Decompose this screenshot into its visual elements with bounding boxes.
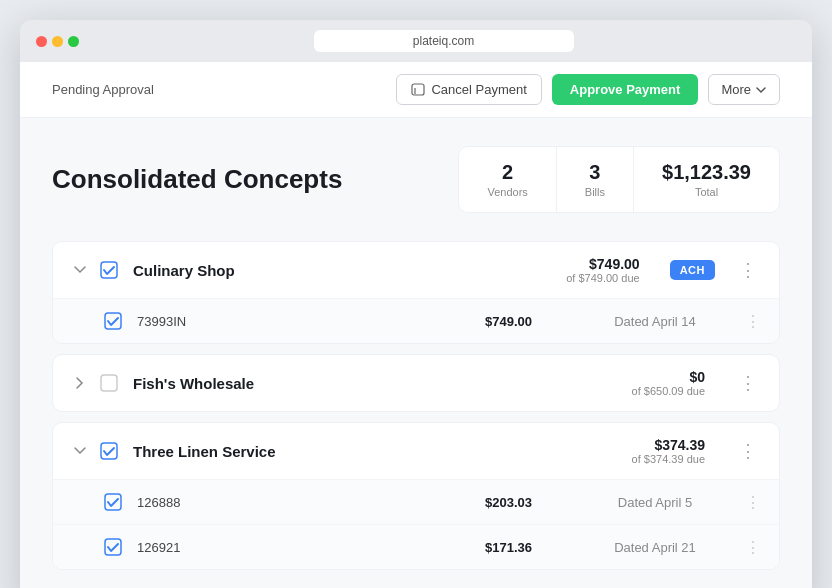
bill-amount-126888: $203.03 bbox=[485, 495, 565, 510]
bill-number-126888: 126888 bbox=[137, 495, 475, 510]
minimize-dot[interactable] bbox=[52, 36, 63, 47]
bill-number-73993in: 73993IN bbox=[137, 314, 475, 329]
browser-chrome: plateiq.com bbox=[20, 20, 812, 62]
bills-label: Bills bbox=[585, 186, 605, 198]
vendor-card-fish: Fish's Wholesale $0 of $650.09 due ⋮ bbox=[52, 354, 780, 412]
bill-row-73993in: 73993IN $749.00 Dated April 14 ⋮ bbox=[53, 298, 779, 343]
bill-amount-73993in: $749.00 bbox=[485, 314, 565, 329]
bill-row-126921: 126921 $171.36 Dated April 21 ⋮ bbox=[53, 524, 779, 569]
browser-address: plateiq.com bbox=[91, 30, 796, 52]
vendor-name-fish: Fish's Wholesale bbox=[133, 375, 622, 392]
header-actions: Cancel Payment Approve Payment More bbox=[396, 74, 780, 105]
bill-checkbox-126921[interactable] bbox=[103, 537, 123, 557]
maximize-dot[interactable] bbox=[68, 36, 79, 47]
vendor-row-culinary: Culinary Shop $749.00 of $749.00 due ACH… bbox=[53, 242, 779, 298]
vendor-row-linen: Three Linen Service $374.39 of $374.39 d… bbox=[53, 423, 779, 479]
bill-date-126921: Dated April 21 bbox=[575, 540, 735, 555]
bill-checkbox-73993in[interactable] bbox=[103, 311, 123, 331]
header-bar: Pending Approval Cancel Payment Approve … bbox=[20, 62, 812, 118]
vendor-amount-culinary: $749.00 of $749.00 due bbox=[566, 256, 639, 284]
vendor-more-fish[interactable]: ⋮ bbox=[735, 372, 761, 394]
bill-more-126921[interactable]: ⋮ bbox=[745, 538, 761, 557]
stat-total: $1,123.39 Total bbox=[634, 147, 779, 212]
vendor-name-culinary: Culinary Shop bbox=[133, 262, 556, 279]
chevron-down-icon bbox=[73, 444, 87, 458]
svg-rect-0 bbox=[412, 84, 424, 95]
cancel-payment-button[interactable]: Cancel Payment bbox=[396, 74, 541, 105]
vendor-row-fish: Fish's Wholesale $0 of $650.09 due ⋮ bbox=[53, 355, 779, 411]
more-button[interactable]: More bbox=[708, 74, 780, 105]
address-bar[interactable]: plateiq.com bbox=[314, 30, 574, 52]
approve-payment-button[interactable]: Approve Payment bbox=[552, 74, 699, 105]
vendor-checkbox-linen[interactable] bbox=[99, 441, 119, 461]
vendor-checkbox-fish[interactable] bbox=[99, 373, 119, 393]
cancel-icon bbox=[411, 83, 425, 97]
vendors-label: Vendors bbox=[487, 186, 527, 198]
summary-stats: 2 Vendors 3 Bills $1,123.39 Total bbox=[458, 146, 780, 213]
bill-more-73993in[interactable]: ⋮ bbox=[745, 312, 761, 331]
total-amount: $1,123.39 bbox=[662, 161, 751, 184]
vendor-checkbox-culinary[interactable] bbox=[99, 260, 119, 280]
vendor-name-linen: Three Linen Service bbox=[133, 443, 622, 460]
page-content: Pending Approval Cancel Payment Approve … bbox=[20, 62, 812, 588]
summary-row: Consolidated Concepts 2 Vendors 3 Bills … bbox=[52, 146, 780, 213]
page-title: Consolidated Concepts bbox=[52, 164, 342, 195]
bill-row-126888: 126888 $203.03 Dated April 5 ⋮ bbox=[53, 479, 779, 524]
svg-rect-4 bbox=[101, 375, 117, 391]
vendor-card-linen: Three Linen Service $374.39 of $374.39 d… bbox=[52, 422, 780, 570]
ach-badge-culinary: ACH bbox=[670, 260, 715, 280]
bill-date-73993in: Dated April 14 bbox=[575, 314, 735, 329]
bill-amount-126921: $171.36 bbox=[485, 540, 565, 555]
chevron-right-icon bbox=[73, 376, 87, 390]
bills-count: 3 bbox=[585, 161, 605, 184]
vendor-amount-fish: $0 of $650.09 due bbox=[632, 369, 705, 397]
chevron-down-icon bbox=[755, 84, 767, 96]
collapse-linen-button[interactable] bbox=[71, 442, 89, 460]
bill-date-126888: Dated April 5 bbox=[575, 495, 735, 510]
bill-more-126888[interactable]: ⋮ bbox=[745, 493, 761, 512]
stat-vendors: 2 Vendors bbox=[459, 147, 556, 212]
bill-number-126921: 126921 bbox=[137, 540, 475, 555]
collapse-culinary-button[interactable] bbox=[71, 261, 89, 279]
browser-window: plateiq.com Pending Approval Cancel Paym… bbox=[20, 20, 812, 588]
stat-bills: 3 Bills bbox=[557, 147, 634, 212]
expand-fish-button[interactable] bbox=[71, 374, 89, 392]
vendors-count: 2 bbox=[487, 161, 527, 184]
main-content: Consolidated Concepts 2 Vendors 3 Bills … bbox=[20, 118, 812, 588]
bill-checkbox-126888[interactable] bbox=[103, 492, 123, 512]
total-label: Total bbox=[662, 186, 751, 198]
vendor-more-linen[interactable]: ⋮ bbox=[735, 440, 761, 462]
close-dot[interactable] bbox=[36, 36, 47, 47]
vendor-card-culinary: Culinary Shop $749.00 of $749.00 due ACH… bbox=[52, 241, 780, 344]
pending-status: Pending Approval bbox=[52, 82, 154, 97]
browser-dots bbox=[36, 36, 79, 47]
vendor-more-culinary[interactable]: ⋮ bbox=[735, 259, 761, 281]
vendor-amount-linen: $374.39 of $374.39 due bbox=[632, 437, 705, 465]
chevron-down-icon bbox=[73, 263, 87, 277]
